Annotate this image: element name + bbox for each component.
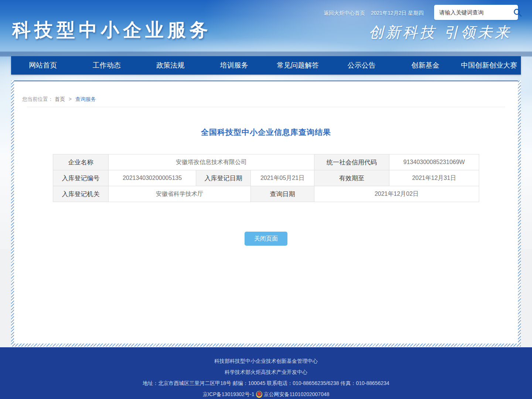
nav-item-6[interactable]: 创新基金 xyxy=(393,56,457,75)
footer: 科技部科技型中小企业技术创新基金管理中心科学技术部火炬高技术产业开发中心地址：北… xyxy=(0,347,532,399)
result-table: 企业名称安徽塔孜信息技术有限公司统一社会信用代码9134030008523106… xyxy=(53,154,479,202)
page-title: 全国科技型中小企业信息库查询结果 xyxy=(14,127,518,137)
footer-line-0: 科技部科技型中小企业技术创新基金管理中心 xyxy=(0,355,532,366)
table-value-cell: 202134030200005135 xyxy=(108,170,196,186)
breadcrumb-divider xyxy=(27,107,505,107)
table-row: 入库登记机关安徽省科学技术厅查询日期2021年12月02日 xyxy=(53,186,479,202)
table-value-cell: 2021年12月31日 xyxy=(389,170,479,186)
close-page-button[interactable]: 关闭页面 xyxy=(245,232,287,246)
table-value-cell: 安徽省科学技术厅 xyxy=(108,186,250,202)
footer-line-1: 科学技术部火炬高技术产业开发中心 xyxy=(0,366,532,378)
table-label-cell: 有效期至 xyxy=(314,170,389,186)
nav-item-0[interactable]: 网站首页 xyxy=(11,56,75,75)
table-label-cell: 入库登记编号 xyxy=(53,170,108,186)
result-table-body: 企业名称安徽塔孜信息技术有限公司统一社会信用代码9134030008523106… xyxy=(53,154,479,202)
search-icon xyxy=(513,8,522,17)
table-value-cell: 2021年05月21日 xyxy=(250,170,314,186)
table-label-cell: 入库登记机关 xyxy=(53,186,108,202)
nav-item-5[interactable]: 公示公告 xyxy=(330,56,394,75)
search-box[interactable] xyxy=(434,5,518,20)
nav-item-4[interactable]: 常见问题解答 xyxy=(266,56,330,75)
table-value-cell: 安徽塔孜信息技术有限公司 xyxy=(108,154,314,170)
main-nav: 网站首页工作动态政策法规培训服务常见问题解答公示公告创新基金中国创新创业大赛 xyxy=(11,56,521,75)
police-record-link[interactable]: 京公网安备11010202007048 xyxy=(264,389,330,399)
search-button[interactable] xyxy=(513,7,522,18)
breadcrumb-home-link[interactable]: 首页 xyxy=(55,96,65,102)
footer-record-line: 京ICP备13019302号-1 京公网安备11010202007048 xyxy=(0,389,532,399)
table-row: 企业名称安徽塔孜信息技术有限公司统一社会信用代码9134030008523106… xyxy=(53,154,479,170)
nav-item-1[interactable]: 工作动态 xyxy=(75,56,139,75)
content-panel-striped-border: 您当前位置： 首页 > 查询服务 全国科技型中小企业信息库查询结果 企业名称安徽… xyxy=(11,81,521,347)
breadcrumb-prefix: 您当前位置： xyxy=(22,96,53,102)
table-row: 入库登记编号202134030200005135入库登记日期2021年05月21… xyxy=(53,170,479,186)
breadcrumb-separator: > xyxy=(69,96,72,102)
breadcrumb: 您当前位置： 首页 > 查询服务 xyxy=(22,96,96,103)
back-to-torch-center-link[interactable]: 返回火炬中心首页 xyxy=(324,10,365,17)
footer-lines: 科技部科技型中小企业技术创新基金管理中心科学技术部火炬高技术产业开发中心地址：北… xyxy=(0,355,532,389)
table-label-cell: 查询日期 xyxy=(250,186,314,202)
table-label-cell: 企业名称 xyxy=(53,154,108,170)
footer-line-2: 地址：北京市西城区三里河二区甲18号 邮编：100045 联系电话：010-88… xyxy=(0,378,532,389)
topbar: 返回火炬中心首页 2021年12月2日 星期四 xyxy=(324,10,423,17)
site-logo: 科技型中小企业服务 xyxy=(12,18,212,42)
table-value-cell: 2021年12月02日 xyxy=(314,186,479,202)
icp-record-link[interactable]: 京ICP备13019302号-1 xyxy=(202,389,254,399)
table-label-cell: 入库登记日期 xyxy=(196,170,250,186)
search-input[interactable] xyxy=(439,9,513,16)
nav-item-2[interactable]: 政策法规 xyxy=(139,56,202,75)
breadcrumb-current-link[interactable]: 查询服务 xyxy=(75,96,96,102)
content-panel: 您当前位置： 首页 > 查询服务 全国科技型中小企业信息库查询结果 企业名称安徽… xyxy=(14,81,518,344)
police-badge-icon xyxy=(256,391,262,398)
table-label-cell: 统一社会信用代码 xyxy=(314,154,389,170)
nav-item-7[interactable]: 中国创新创业大赛 xyxy=(457,56,521,75)
slogan-calligraphy: 创新科技 引领未来 xyxy=(369,22,520,42)
current-date: 2021年12月2日 星期四 xyxy=(371,10,423,17)
nav-item-3[interactable]: 培训服务 xyxy=(202,56,266,75)
table-value-cell: 91340300085231069W xyxy=(389,154,479,170)
